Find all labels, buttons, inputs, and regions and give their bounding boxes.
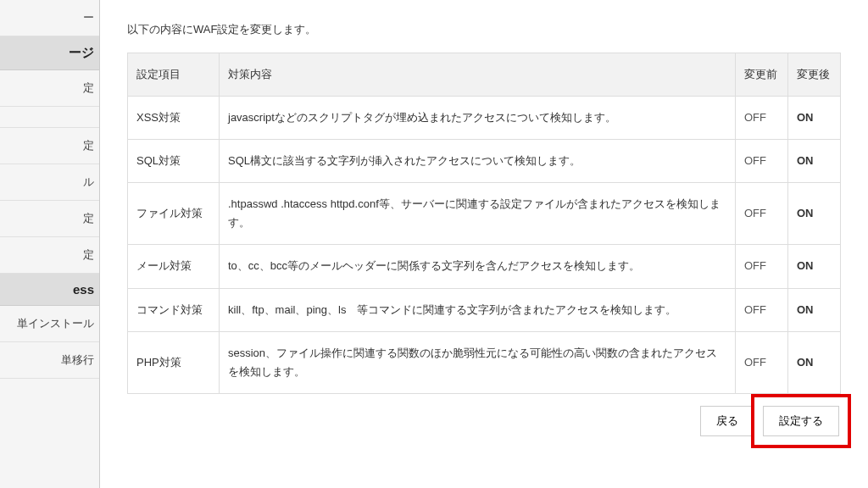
table-row: PHP対策session、ファイル操作に関連する関数のほか脆弱性元になる可能性の… [128,331,841,393]
th-after: 変更後 [788,53,841,97]
cell-before: OFF [736,140,788,183]
sidebar-item[interactable]: 定 [0,237,99,274]
sidebar-item[interactable]: 単移行 [0,342,99,379]
sidebar-item[interactable]: ル [0,164,99,201]
sidebar-item[interactable]: 定 [0,70,99,107]
cell-item: コマンド対策 [128,288,220,331]
sidebar-item[interactable]: 単インストール [0,306,99,342]
sidebar-heading: ージ [0,36,99,70]
table-row: コマンド対策kill、ftp、mail、ping、ls 等コマンドに関連する文字… [128,288,841,331]
sidebar-item[interactable]: 定 [0,128,99,164]
cell-after: ON [788,288,841,331]
cell-before: OFF [736,97,788,140]
cell-after: ON [788,331,841,393]
table-row: XSS対策javascriptなどのスクリプトタグが埋め込まれたアクセスについて… [128,97,841,140]
cell-desc: to、cc、bcc等のメールヘッダーに関係する文字列を含んだアクセスを検知します… [220,245,736,288]
cell-desc: javascriptなどのスクリプトタグが埋め込まれたアクセスについて検知します… [220,97,736,140]
submit-button[interactable]: 設定する [763,406,839,436]
table-row: ファイル対策.htpasswd .htaccess httpd.conf等、サー… [128,183,841,245]
cell-before: OFF [736,288,788,331]
cell-before: OFF [736,245,788,288]
cell-desc: session、ファイル操作に関連する関数のほか脆弱性元になる可能性の高い関数の… [220,331,736,393]
sidebar: ー ージ 定 定 ル 定 定 ess 単インストール 単移行 [0,0,100,488]
cell-item: SQL対策 [128,140,220,183]
th-item: 設定項目 [128,53,220,97]
sidebar-item[interactable] [0,107,99,128]
th-desc: 対策内容 [220,53,736,97]
sidebar-heading: ess [0,274,99,306]
intro-text: 以下の内容にWAF設定を変更します。 [127,22,841,37]
cell-desc: .htpasswd .htaccess httpd.conf等、サーバーに関連す… [220,183,736,245]
main-content: 以下の内容にWAF設定を変更します。 設定項目 対策内容 変更前 変更後 XSS… [100,0,868,488]
cell-item: ファイル対策 [128,183,220,245]
cell-item: XSS対策 [128,97,220,140]
cell-before: OFF [736,183,788,245]
cell-after: ON [788,183,841,245]
cell-before: OFF [736,331,788,393]
sidebar-item[interactable]: 定 [0,201,99,237]
table-row: SQL対策SQL構文に該当する文字列が挿入されたアクセスについて検知します。OF… [128,140,841,183]
table-row: メール対策to、cc、bcc等のメールヘッダーに関係する文字列を含んだアクセスを… [128,245,841,288]
cell-desc: kill、ftp、mail、ping、ls 等コマンドに関連する文字列が含まれた… [220,288,736,331]
button-row: 戻る 設定する [127,406,841,436]
back-button[interactable]: 戻る [700,406,754,436]
cell-desc: SQL構文に該当する文字列が挿入されたアクセスについて検知します。 [220,140,736,183]
th-before: 変更前 [736,53,788,97]
cell-item: PHP対策 [128,331,220,393]
cell-after: ON [788,97,841,140]
sidebar-item[interactable]: ー [0,0,99,36]
cell-after: ON [788,140,841,183]
waf-settings-table: 設定項目 対策内容 変更前 変更後 XSS対策javascriptなどのスクリプ… [127,53,841,394]
cell-item: メール対策 [128,245,220,288]
cell-after: ON [788,245,841,288]
